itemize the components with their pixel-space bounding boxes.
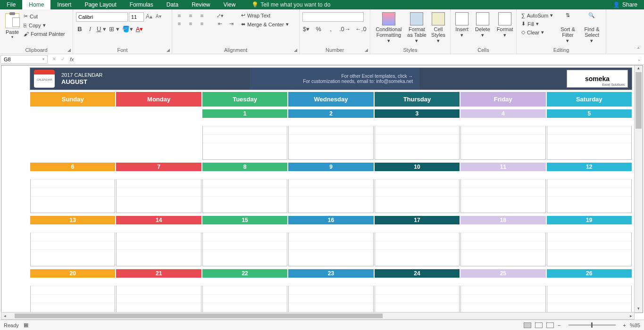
calendar-cell[interactable]: 20 — [30, 269, 115, 313]
dialog-launcher-icon[interactable]: ◢ — [294, 48, 297, 52]
calendar-cell[interactable] — [116, 109, 201, 160]
decrease-decimal-icon[interactable]: ←.0 — [355, 25, 367, 33]
calendar-cell[interactable]: 22 — [202, 269, 287, 313]
calendar-cell[interactable]: 24 — [375, 269, 460, 313]
day-body[interactable] — [288, 232, 373, 266]
tab-file[interactable]: File — [0, 0, 22, 9]
vertical-scrollbar[interactable]: ▴ ▾ — [634, 66, 643, 313]
currency-icon[interactable]: $▾ — [302, 25, 310, 33]
calendar-cell[interactable]: 23 — [288, 269, 373, 313]
day-body[interactable] — [547, 232, 632, 266]
calendar-cell[interactable]: 4 — [460, 109, 545, 160]
calendar-cell[interactable]: 14 — [116, 216, 201, 266]
zoom-level[interactable]: %85 — [630, 322, 640, 328]
format-painter-button[interactable]: 🖌Format Painter — [22, 30, 67, 38]
align-bottom-icon[interactable]: ≡ — [198, 13, 206, 19]
day-body[interactable] — [202, 232, 287, 266]
border-button[interactable]: ⊞ ▾ — [109, 25, 119, 33]
day-body[interactable] — [288, 179, 373, 213]
zoom-slider[interactable] — [569, 324, 616, 326]
calendar-cell[interactable]: 10 — [375, 163, 460, 213]
calendar-cell[interactable]: 18 — [460, 216, 545, 266]
enter-icon[interactable]: ✓ — [61, 56, 65, 62]
paste-button[interactable]: Paste▾ — [3, 11, 22, 39]
decrease-font-icon[interactable]: A▾ — [154, 12, 163, 22]
conditional-formatting-button[interactable]: Conditional Formatting▾ — [373, 11, 404, 45]
day-body[interactable] — [202, 126, 287, 160]
tab-view[interactable]: View — [217, 0, 243, 9]
calendar-cell[interactable]: 13 — [30, 216, 115, 266]
increase-indent-icon[interactable]: ⇥ — [227, 21, 235, 27]
fill-color-button[interactable]: 🪣▾ — [122, 25, 133, 33]
calendar-cell[interactable]: 21 — [116, 269, 201, 313]
scroll-thumb-h[interactable] — [15, 314, 383, 318]
align-center-icon[interactable]: ≡ — [186, 21, 195, 27]
calendar-cell[interactable]: 16 — [288, 216, 373, 266]
day-body[interactable] — [547, 179, 632, 213]
day-body[interactable] — [116, 111, 201, 145]
cut-button[interactable]: ✂Cut — [22, 12, 67, 20]
underline-button[interactable]: U ▾ — [97, 25, 106, 33]
zoom-in-icon[interactable]: + — [623, 322, 626, 328]
macro-icon[interactable]: ▦ — [24, 322, 28, 328]
day-body[interactable] — [30, 286, 115, 313]
day-body[interactable] — [375, 286, 460, 313]
copy-button[interactable]: ⎘Copy ▾ — [22, 21, 67, 29]
decrease-indent-icon[interactable]: ⇤ — [216, 21, 224, 27]
day-body[interactable] — [30, 179, 115, 213]
page-layout-view-icon[interactable] — [535, 322, 543, 328]
day-body[interactable] — [460, 179, 545, 213]
calendar-cell[interactable]: 8 — [202, 163, 287, 213]
calendar-cell[interactable]: 15 — [202, 216, 287, 266]
day-body[interactable] — [30, 111, 115, 145]
tab-home[interactable]: Home — [22, 0, 50, 9]
scroll-down-icon[interactable]: ▾ — [635, 306, 643, 313]
orientation-icon[interactable]: ⤢▾ — [216, 13, 224, 19]
insert-button[interactable]: Insert▾ — [453, 11, 470, 39]
day-body[interactable] — [30, 232, 115, 266]
calendar-cell[interactable]: 5 — [547, 109, 632, 160]
delete-button[interactable]: Delete▾ — [473, 11, 492, 39]
tab-formulas[interactable]: Formulas — [123, 0, 160, 9]
font-color-button[interactable]: A▾ — [136, 25, 143, 33]
calendar-cell[interactable]: 19 — [547, 216, 632, 266]
comma-icon[interactable]: , — [327, 25, 335, 33]
day-body[interactable] — [460, 126, 545, 160]
horizontal-scrollbar[interactable]: ◂ ▸ — [1, 312, 635, 320]
scroll-up-icon[interactable]: ▴ — [635, 66, 643, 72]
day-body[interactable] — [116, 179, 201, 213]
align-left-icon[interactable]: ≡ — [175, 21, 184, 27]
zoom-out-icon[interactable]: − — [558, 322, 560, 328]
increase-font-icon[interactable]: A▴ — [145, 12, 153, 22]
tab-page-layout[interactable]: Page Layout — [78, 0, 123, 9]
tab-review[interactable]: Review — [185, 0, 217, 9]
format-as-table-button[interactable]: Format as Table▾ — [405, 11, 428, 45]
day-body[interactable] — [460, 286, 545, 313]
tab-insert[interactable]: Insert — [50, 0, 78, 9]
calendar-cell[interactable]: 25 — [460, 269, 545, 313]
day-body[interactable] — [375, 179, 460, 213]
calendar-cell[interactable]: 26 — [547, 269, 632, 313]
collapse-ribbon-icon[interactable]: ⌃ — [633, 45, 644, 54]
normal-view-icon[interactable] — [524, 322, 531, 328]
merge-center-button[interactable]: ⬌Merge & Center ▾ — [239, 20, 291, 28]
day-body[interactable] — [202, 179, 287, 213]
font-name-select[interactable] — [76, 12, 128, 22]
italic-button[interactable]: I — [86, 25, 94, 33]
tab-data[interactable]: Data — [160, 0, 185, 9]
day-body[interactable] — [116, 232, 201, 266]
calendar-cell[interactable]: 6 — [30, 163, 115, 213]
percent-icon[interactable]: % — [315, 25, 322, 33]
scroll-right-icon[interactable]: ▸ — [627, 314, 634, 318]
day-body[interactable] — [288, 286, 373, 313]
wrap-text-button[interactable]: ↩Wrap Text — [239, 11, 291, 19]
sort-filter-button[interactable]: ⇅Sort & Filter▾ — [558, 11, 578, 45]
dialog-launcher-icon[interactable]: ◢ — [67, 48, 71, 52]
worksheet-area[interactable]: 2017 CALENDAR AUGUST For other Excel tem… — [1, 65, 643, 313]
clear-button[interactable]: ◇Clear ▾ — [519, 28, 555, 36]
fill-button[interactable]: ⬇Fill ▾ — [519, 20, 555, 28]
autosum-button[interactable]: ∑AutoSum ▾ — [519, 11, 555, 19]
day-body[interactable] — [375, 232, 460, 266]
cell-styles-button[interactable]: Cell Styles▾ — [429, 11, 447, 45]
page-break-view-icon[interactable] — [546, 322, 554, 328]
